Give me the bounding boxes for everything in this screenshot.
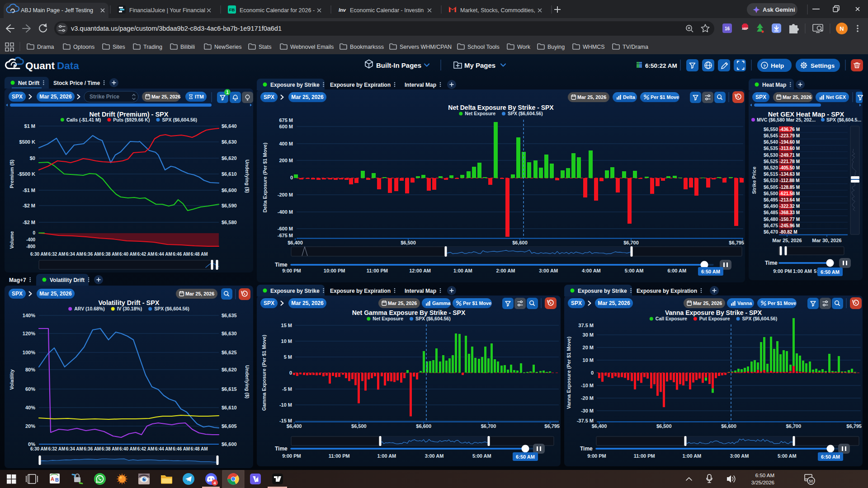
svg-text:Time: Time	[580, 446, 593, 452]
svg-text:Work: Work	[517, 44, 531, 50]
svg-text:SPX: SPX	[755, 94, 766, 100]
svg-text:-5 M: -5 M	[282, 386, 292, 392]
svg-text:-194.60 M: -194.60 M	[779, 140, 800, 145]
svg-text:9:00 PM: 9:00 PM	[282, 268, 301, 273]
svg-text:$6,500: $6,500	[656, 423, 672, 429]
svg-text:Mar 25, 2026: Mar 25, 2026	[772, 238, 802, 243]
svg-text:Premium ($): Premium ($)	[9, 160, 14, 188]
svg-text:-80.82 M: -80.82 M	[779, 230, 797, 235]
svg-text:Net Drift: Net Drift	[18, 80, 39, 86]
svg-text:Calls (-$1.41 M): Calls (-$1.41 M)	[66, 117, 101, 122]
svg-text:NewSeries: NewSeries	[214, 44, 241, 50]
svg-text:-322.32 M: -322.32 M	[779, 204, 800, 209]
svg-text:SPX: SPX	[264, 94, 274, 100]
svg-text:6:42 AM: 6:42 AM	[137, 252, 154, 257]
svg-text:Bookmarksss: Bookmarksss	[350, 44, 384, 50]
svg-text:Drama: Drama	[37, 44, 54, 50]
svg-text:A: A	[51, 476, 54, 482]
svg-text:6:48 AM: 6:48 AM	[191, 446, 208, 451]
svg-text:v3.quantdata.us/page/custom/3b: v3.quantdata.us/page/custom/3bdaa9b2-c8d…	[71, 25, 282, 32]
svg-text:-249.71 M: -249.71 M	[779, 153, 800, 158]
svg-text:SPX ($6,604.56): SPX ($6,604.56)	[154, 306, 189, 311]
svg-text:50: 50	[809, 479, 813, 483]
svg-text:V: V	[254, 477, 257, 483]
svg-text:6:30 AM: 6:30 AM	[30, 446, 47, 451]
svg-text:5:00 AM: 5:00 AM	[472, 453, 491, 459]
svg-text:0: 0	[591, 370, 594, 375]
svg-text:6:34 AM: 6:34 AM	[66, 252, 83, 257]
svg-text:11:00 PM: 11:00 PM	[329, 453, 350, 459]
svg-text:$6,590: $6,590	[222, 203, 237, 208]
svg-text:$500 K: $500 K	[19, 139, 36, 145]
svg-text:Volatility Drift - SPX: Volatility Drift - SPX	[98, 299, 159, 306]
svg-text:$6,510: $6,510	[764, 178, 778, 183]
svg-text:Servers WHM/CPAN: Servers WHM/CPAN	[400, 44, 452, 50]
svg-text:Volatility: Volatility	[9, 369, 14, 390]
svg-text:-134.63 M: -134.63 M	[779, 172, 800, 177]
svg-text:5:00 AM: 5:00 AM	[625, 268, 644, 273]
svg-text:6:40 AM: 6:40 AM	[119, 446, 137, 451]
svg-text:1:00 AM: 1:00 AM	[453, 268, 472, 273]
svg-text:-313.60 M: -313.60 M	[779, 146, 800, 151]
svg-text:$6,630: $6,630	[222, 331, 237, 336]
svg-text:SPX: SPX	[12, 94, 23, 100]
svg-text:$6,500: $6,500	[401, 240, 416, 245]
svg-text:-675 M: -675 M	[278, 233, 293, 238]
svg-text:Trading: Trading	[143, 44, 162, 50]
svg-text:1:00 AM: 1:00 AM	[683, 453, 702, 459]
svg-text:120%: 120%	[23, 331, 35, 336]
svg-text:Time: Time	[275, 446, 288, 452]
svg-text:$6,530: $6,530	[764, 152, 778, 158]
svg-text:6:50 AM: 6:50 AM	[821, 269, 840, 275]
svg-text:6:44 AM: 6:44 AM	[155, 446, 172, 451]
svg-text:5 M: 5 M	[284, 354, 292, 360]
svg-text:Stock Price / Time: Stock Price / Time	[53, 80, 100, 86]
svg-text:-221.78 M: -221.78 M	[779, 159, 800, 164]
svg-text:$6,495: $6,495	[764, 197, 778, 202]
svg-text:6:38 AM: 6:38 AM	[102, 252, 119, 257]
svg-text:600 M: 600 M	[279, 124, 293, 129]
svg-text:6:44 AM: 6:44 AM	[155, 252, 172, 257]
svg-text:Mar 25, 2026: Mar 25, 2026	[577, 94, 606, 100]
svg-text:Net Exposure: Net Exposure	[465, 111, 495, 116]
svg-text:5:00 AM: 5:00 AM	[778, 453, 797, 459]
svg-text:Net Delta Exposure By Strike -: Net Delta Exposure By Strike - SPX	[448, 104, 554, 111]
svg-text:6:34 AM: 6:34 AM	[66, 446, 83, 451]
svg-text:$6,400: $6,400	[288, 240, 303, 245]
svg-text:-436.76 M: -436.76 M	[779, 127, 800, 132]
svg-text:-405.50 M: -405.50 M	[779, 165, 800, 170]
svg-text:$6,610: $6,610	[222, 405, 237, 410]
svg-text:$6,550: $6,550	[764, 127, 778, 132]
svg-text:Per $1 Move: Per $1 Move	[651, 94, 679, 100]
svg-text:6:36 AM: 6:36 AM	[84, 446, 101, 451]
svg-text:$6,485: $6,485	[764, 210, 778, 215]
svg-text:Help: Help	[771, 62, 784, 69]
svg-text:675 M: 675 M	[279, 117, 293, 123]
svg-text:Exposure by Strike: Exposure by Strike	[578, 288, 627, 294]
svg-text:$6,625: $6,625	[222, 350, 237, 355]
svg-text:Economic Calendar - Investin: Economic Calendar - Investin	[350, 7, 424, 14]
svg-text:6:40 AM: 6:40 AM	[119, 252, 137, 257]
svg-text:20 M: 20 M	[583, 345, 594, 350]
svg-text:$6,600: $6,600	[222, 188, 237, 193]
svg-text:Mag+7: Mag+7	[9, 277, 26, 283]
svg-text:-200 M: -200 M	[278, 192, 293, 197]
svg-text:WHMCS: WHMCS	[583, 44, 605, 50]
svg-text:-10 M: -10 M	[581, 383, 594, 388]
svg-text:$6,500: $6,500	[351, 423, 367, 429]
svg-text:12:00 AM: 12:00 AM	[409, 268, 431, 273]
svg-text:$6,600: $6,600	[512, 240, 528, 245]
svg-text:IV (30.18%): IV (30.18%)	[117, 306, 142, 311]
svg-text:$6,795: $6,795	[846, 423, 862, 429]
svg-text:-15 M: -15 M	[279, 418, 292, 423]
svg-text:Time: Time	[275, 262, 288, 268]
svg-text:6:48 AM: 6:48 AM	[191, 252, 208, 257]
svg-text:MVC ($6,580 Mar 25, 202...: MVC ($6,580 Mar 25, 202...	[757, 117, 816, 122]
svg-text:Time: Time	[765, 260, 778, 266]
svg-text:1: 1	[226, 90, 229, 95]
svg-text:Exposure by Expiration: Exposure by Expiration	[637, 288, 697, 294]
svg-text:6:50:22 AM: 6:50:22 AM	[645, 62, 677, 69]
svg-text:$6,475: $6,475	[764, 223, 778, 228]
svg-text:Exposure by Strike: Exposure by Strike	[270, 288, 320, 294]
svg-text:$6,520: $6,520	[764, 165, 778, 170]
